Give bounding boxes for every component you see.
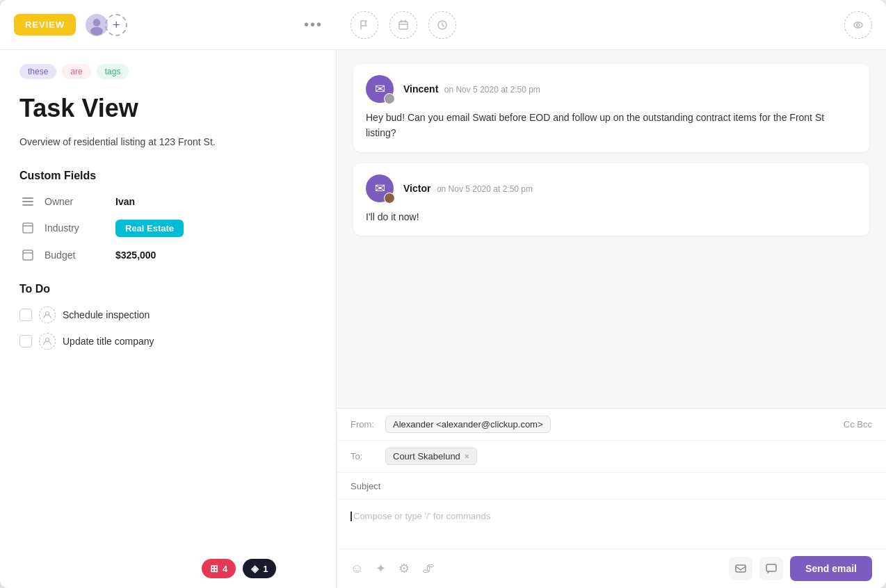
field-budget-icon xyxy=(19,247,36,263)
clock-button[interactable] xyxy=(428,11,456,39)
right-header-section xyxy=(337,11,886,39)
email-compose: From: Alexander <alexander@clickup.com> … xyxy=(337,408,886,588)
svg-rect-8 xyxy=(22,201,33,202)
svg-point-2 xyxy=(90,26,103,35)
msg1-avatar: ✉ xyxy=(366,75,394,103)
field-owner: Owner Ivan xyxy=(19,193,316,210)
right-panel: ✉ Vincent on Nov 5 2020 at 2:50 pm xyxy=(337,50,886,588)
msg2-time: on Nov 5 2020 at 2:50 pm xyxy=(437,184,533,194)
sparkle-button[interactable]: ✦ xyxy=(376,561,386,576)
remove-recipient-button[interactable]: × xyxy=(465,452,469,462)
svg-point-17 xyxy=(385,193,394,203)
clickup-count: 4 xyxy=(223,564,227,574)
msg1-sender: Vincent xyxy=(403,83,438,95)
task-title: Task View xyxy=(19,93,316,123)
left-panel: these are tags Task View Overview of res… xyxy=(0,50,337,588)
figma-notif-badge[interactable]: ◈ 1 xyxy=(243,559,276,578)
svg-point-16 xyxy=(385,94,394,104)
calendar-button[interactable] xyxy=(389,11,417,39)
owner-value: Ivan xyxy=(115,196,135,207)
budget-value: $325,000 xyxy=(115,250,156,261)
app-header: REVIEW + ••• xyxy=(0,0,886,50)
review-button[interactable]: REVIEW xyxy=(14,14,76,35)
main-content: these are tags Task View Overview of res… xyxy=(0,50,886,588)
msg2-body: I'll do it now! xyxy=(366,209,857,224)
from-value: Alexander <alexander@clickup.com> xyxy=(385,416,551,433)
email-toolbar: ☺ ✦ ⚙ 🖇 xyxy=(337,548,886,588)
cursor xyxy=(351,512,352,521)
task-description: Overview of residential listing at 123 F… xyxy=(19,134,316,149)
field-industry: Industry Real Estate xyxy=(19,220,316,237)
msg1-body: Hey bud! Can you email Swati before EOD … xyxy=(366,110,857,141)
avatar-group: + xyxy=(84,13,127,38)
visibility-button[interactable] xyxy=(844,11,872,39)
svg-rect-18 xyxy=(736,565,746,572)
todo-checkbox-1[interactable] xyxy=(19,309,32,321)
todo-section: To Do Schedule inspection xyxy=(19,283,316,350)
email-from-row: From: Alexander <alexander@clickup.com> … xyxy=(337,409,886,441)
custom-fields-title: Custom Fields xyxy=(19,170,316,182)
svg-point-6 xyxy=(857,24,860,26)
email-icon-button[interactable] xyxy=(729,557,752,580)
svg-point-1 xyxy=(93,19,101,26)
to-label: To: xyxy=(351,451,378,462)
svg-rect-10 xyxy=(23,223,33,233)
chat-icon-button[interactable] xyxy=(759,557,783,580)
message-2: ✉ Victor on Nov 5 2020 at 2:50 pm xyxy=(353,163,869,236)
email-to-row: To: Court Skabelund × xyxy=(337,441,886,473)
cc-bcc-button[interactable]: Cc Bcc xyxy=(844,419,872,430)
tag-are[interactable]: are xyxy=(62,64,90,79)
settings-button[interactable]: ⚙ xyxy=(398,561,410,576)
figma-icon: ◈ xyxy=(251,563,259,574)
svg-point-15 xyxy=(46,338,49,341)
svg-rect-12 xyxy=(23,250,33,260)
msg2-avatar: ✉ xyxy=(366,174,394,202)
body-placeholder: Compose or type '/' for commands xyxy=(353,511,490,521)
message-1: ✉ Vincent on Nov 5 2020 at 2:50 pm xyxy=(353,64,869,152)
msg1-time: on Nov 5 2020 at 2:50 pm xyxy=(444,85,540,95)
flag-button[interactable] xyxy=(351,11,378,39)
email-body-area[interactable]: Compose or type '/' for commands xyxy=(337,500,886,548)
emoji-button[interactable]: ☺ xyxy=(351,562,363,576)
svg-point-5 xyxy=(854,22,862,28)
attachment-button[interactable]: 🖇 xyxy=(422,562,435,576)
industry-value: Real Estate xyxy=(115,220,184,237)
msg2-sub-avatar xyxy=(384,193,395,204)
clickup-icon: ⊞ xyxy=(210,563,218,574)
field-budget: Budget $325,000 xyxy=(19,247,316,263)
msg1-sub-avatar xyxy=(384,93,395,104)
todo-text-2: Update title company xyxy=(63,336,154,347)
email-right-actions: Send email xyxy=(729,556,872,581)
svg-rect-19 xyxy=(766,564,776,571)
chat-area: ✉ Vincent on Nov 5 2020 at 2:50 pm xyxy=(337,50,886,408)
recipient-name: Court Skabelund xyxy=(393,451,460,462)
msg1-meta: Vincent on Nov 5 2020 at 2:50 pm xyxy=(403,83,540,95)
tag-these[interactable]: these xyxy=(19,64,56,79)
tag-tags[interactable]: tags xyxy=(97,64,129,79)
more-options-button[interactable]: ••• xyxy=(304,17,323,33)
owner-label: Owner xyxy=(45,196,107,207)
svg-rect-9 xyxy=(22,204,33,206)
msg2-header: ✉ Victor on Nov 5 2020 at 2:50 pm xyxy=(366,174,857,202)
svg-rect-3 xyxy=(399,22,408,29)
field-owner-icon xyxy=(19,193,36,210)
add-member-button[interactable]: + xyxy=(105,14,127,36)
email-subject-row xyxy=(337,473,886,500)
from-label: From: xyxy=(351,419,378,430)
todo-item-2: Update title company xyxy=(19,333,316,350)
industry-label: Industry xyxy=(45,222,107,234)
recipient-tag: Court Skabelund × xyxy=(385,448,477,465)
custom-fields-section: Custom Fields Owner Ivan xyxy=(19,170,316,263)
budget-label: Budget xyxy=(45,250,107,261)
clickup-notif-badge[interactable]: ⊞ 4 xyxy=(202,559,236,578)
tags-row: these are tags xyxy=(19,64,316,79)
todo-assignee-1 xyxy=(39,307,56,323)
todo-assignee-2 xyxy=(39,333,56,350)
msg2-sender: Victor xyxy=(403,183,430,194)
send-email-button[interactable]: Send email xyxy=(790,556,872,581)
todo-item-1: Schedule inspection xyxy=(19,307,316,323)
header-right-actions xyxy=(844,11,872,39)
notification-badges: ⊞ 4 ◈ 1 xyxy=(202,559,276,578)
todo-checkbox-2[interactable] xyxy=(19,335,32,348)
subject-input[interactable] xyxy=(351,481,872,491)
